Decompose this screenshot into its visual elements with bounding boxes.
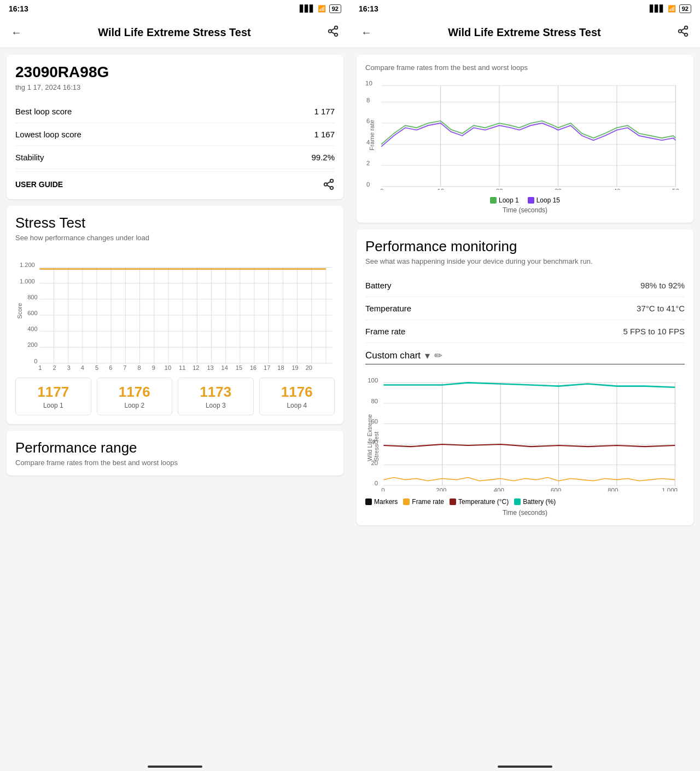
svg-text:1.000: 1.000 <box>662 487 678 491</box>
custom-chart: 0 20 40 60 80 100 <box>365 371 685 491</box>
right-time: 16:13 <box>359 4 378 13</box>
loop-2-label: Loop 2 <box>101 402 169 409</box>
stress-chart-container: 0 200 400 600 800 1.000 1.200 Score <box>15 251 335 371</box>
loop-3-label: Loop 3 <box>182 402 250 409</box>
svg-text:15: 15 <box>236 364 242 371</box>
right-battery: 92 <box>679 4 691 13</box>
svg-text:800: 800 <box>27 294 37 300</box>
right-top-bar: ← Wild Life Extreme Stress Test <box>350 18 700 48</box>
svg-line-70 <box>681 28 685 31</box>
svg-text:3: 3 <box>67 364 71 371</box>
left-home-indicator <box>148 766 202 768</box>
svg-text:600: 600 <box>27 310 37 316</box>
perf-range-title: Performance range <box>15 439 335 456</box>
svg-line-8 <box>327 185 330 187</box>
left-status-bar: 16:13 ▋▋▋ 📶 92 <box>0 0 350 18</box>
right-status-bar: 16:13 ▋▋▋ 📶 92 <box>350 0 700 18</box>
legend-loop15: Loop 15 <box>528 196 560 204</box>
svg-text:13: 13 <box>207 364 213 371</box>
svg-text:10: 10 <box>437 188 444 190</box>
stability-label: Stability <box>15 153 44 162</box>
user-guide-row: USER GUIDE <box>15 171 335 190</box>
dropdown-arrow-icon[interactable]: ▾ <box>425 350 430 362</box>
lowest-loop-value: 1 167 <box>314 130 335 139</box>
perf-mon-title: Performance monitoring <box>365 238 685 255</box>
stability-row: Stability 99.2% <box>15 146 335 169</box>
svg-line-9 <box>327 182 330 184</box>
legend-loop15-dot <box>528 197 534 204</box>
custom-chart-x-axis-label: Time (seconds) <box>365 509 685 517</box>
legend-battery-dot <box>514 498 521 505</box>
edit-icon[interactable]: ✏ <box>434 350 442 362</box>
user-guide-label: USER GUIDE <box>15 180 63 189</box>
custom-chart-y-label: Wild Life Extreme Stress Test <box>366 401 380 461</box>
svg-text:Frame rate: Frame rate <box>369 120 375 150</box>
svg-text:30: 30 <box>555 188 562 190</box>
legend-markers-dot <box>365 498 372 505</box>
user-guide-share-icon <box>323 178 335 190</box>
frame-rate-row: Frame rate 5 FPS to 10 FPS <box>365 320 685 343</box>
lowest-loop-row: Lowest loop score 1 167 <box>15 123 335 146</box>
stress-chart: 0 200 400 600 800 1.000 1.200 Score <box>15 251 335 371</box>
legend-framerate-dot <box>403 498 410 505</box>
battery-row: Battery 98% to 92% <box>365 274 685 297</box>
loop-3-score: 1173 <box>182 384 250 401</box>
lowest-loop-label: Lowest loop score <box>15 130 81 139</box>
right-home-bar <box>350 753 700 771</box>
legend-temperature: Temperature (°C) <box>450 498 509 506</box>
left-top-bar: ← Wild Life Extreme Stress Test <box>0 18 350 48</box>
wifi-icon: 📶 <box>318 5 326 13</box>
svg-text:50: 50 <box>672 188 679 190</box>
left-share-button[interactable] <box>325 23 341 42</box>
svg-line-69 <box>681 32 685 34</box>
svg-text:6: 6 <box>109 364 112 371</box>
right-share-button[interactable] <box>675 23 691 42</box>
svg-text:400: 400 <box>494 487 504 491</box>
right-back-button[interactable]: ← <box>359 24 374 41</box>
signal-icon: ▋▋▋ <box>300 5 314 13</box>
legend-temperature-dot <box>450 498 456 505</box>
frame-rate-legend: Loop 1 Loop 15 <box>365 196 685 204</box>
battery-label: Battery <box>365 281 392 290</box>
custom-chart-legend: Markers Frame rate Temperature (°C) Batt… <box>365 498 685 506</box>
svg-text:19: 19 <box>291 364 298 371</box>
svg-text:4: 4 <box>81 364 84 371</box>
legend-loop1: Loop 1 <box>490 196 519 204</box>
stress-test-card: Stress Test See how performance changes … <box>7 206 343 424</box>
svg-line-3 <box>331 32 335 34</box>
svg-text:10: 10 <box>365 80 372 86</box>
right-wifi-icon: 📶 <box>668 5 676 13</box>
legend-temperature-label: Temperature (°C) <box>458 498 509 506</box>
temperature-row: Temperature 37°C to 41°C <box>365 297 685 320</box>
loop-1-score: 1177 <box>19 384 88 401</box>
left-content: 23090RA98G thg 1 17, 2024 16:13 Best loo… <box>0 48 350 753</box>
legend-framerate: Frame rate <box>403 498 444 506</box>
svg-text:20: 20 <box>496 188 503 190</box>
svg-text:16: 16 <box>250 364 256 371</box>
legend-battery: Battery (%) <box>514 498 556 506</box>
frame-rate-value: 5 FPS to 10 FPS <box>623 327 685 336</box>
performance-monitoring-card: Performance monitoring See what was happ… <box>357 229 693 525</box>
svg-text:11: 11 <box>179 364 185 371</box>
left-home-bar <box>0 753 350 771</box>
temperature-value: 37°C to 41°C <box>637 304 685 313</box>
loop-score-2: 1176 Loop 2 <box>97 378 173 415</box>
loop-4-score: 1176 <box>263 384 331 401</box>
svg-text:1: 1 <box>38 364 42 371</box>
custom-chart-label: Custom chart <box>365 350 421 361</box>
legend-markers-label: Markers <box>374 498 398 506</box>
device-id: 23090RA98G <box>15 63 335 81</box>
svg-text:17: 17 <box>264 364 270 371</box>
loop-4-label: Loop 4 <box>263 402 331 409</box>
custom-chart-container: Wild Life Extreme Stress Test 0 20 40 60… <box>365 371 685 491</box>
loop-score-4: 1176 Loop 4 <box>259 378 335 415</box>
best-loop-row: Best loop score 1 177 <box>15 100 335 123</box>
left-back-button[interactable]: ← <box>9 24 24 41</box>
right-home-indicator <box>498 766 552 768</box>
svg-text:2: 2 <box>52 364 56 371</box>
loop-2-score: 1176 <box>101 384 169 401</box>
custom-chart-divider <box>365 364 685 364</box>
best-loop-label: Best loop score <box>15 107 72 116</box>
legend-loop1-dot <box>490 197 497 204</box>
left-time: 16:13 <box>9 4 28 13</box>
